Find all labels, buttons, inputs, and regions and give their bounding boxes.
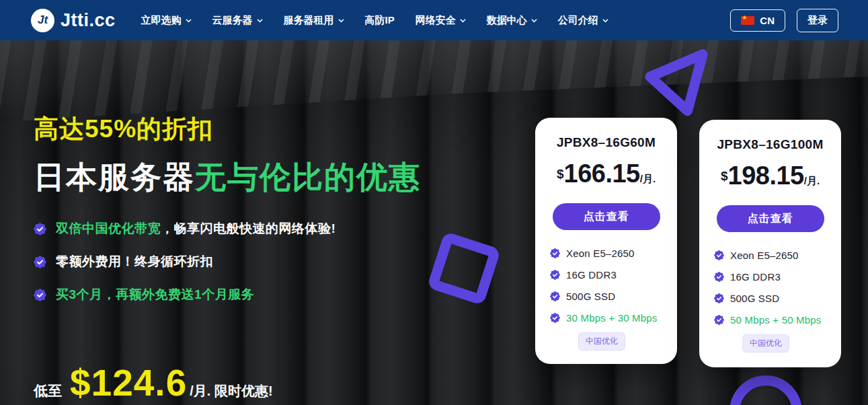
hero-benefits-list: 双倍中国优化带宽，畅享闪电般快速的网络体验! 零额外费用！终身循环折扣 买3个月…	[34, 221, 336, 320]
chevron-down-icon	[257, 17, 263, 24]
hero-section: 高达55%的折扣 日本服务器无与伦比的优惠 双倍中国优化带宽，畅享闪电般快速的网…	[0, 40, 868, 405]
view-plan-button[interactable]: 点击查看	[553, 203, 660, 230]
badge-check-icon	[714, 315, 724, 325]
badge-check-icon	[714, 250, 724, 260]
benefit-text: 零额外费用！终身循环折扣	[56, 253, 213, 270]
nav-item-cloud-server[interactable]: 云服务器	[212, 14, 263, 27]
logo[interactable]: Jt Jtti.cc	[31, 9, 116, 32]
feature-text: 16G DDR3	[566, 269, 617, 281]
nav-label: 云服务器	[212, 14, 253, 27]
feature-text-bandwidth: 50 Mbps + 50 Mbps	[730, 314, 822, 326]
feature-text: 16G DDR3	[730, 271, 781, 283]
top-nav-bar: Jt Jtti.cc 立即选购 云服务器 服务器租用 高防IP 网络安全 数据中…	[0, 0, 868, 40]
hero-headline-white: 日本服务器	[34, 159, 195, 194]
main-nav: 立即选购 云服务器 服务器租用 高防IP 网络安全 数据中心 公司介绍	[141, 14, 608, 27]
list-item: 16G DDR3	[550, 268, 677, 281]
hero-headline: 日本服务器无与伦比的优惠	[34, 157, 421, 198]
badge-check-icon	[550, 270, 560, 280]
jtti-logo-icon: Jt	[31, 9, 54, 32]
hero-headline-green: 无与伦比的优惠	[195, 159, 421, 194]
pricing-card: JPBX8–16G100M $198.15/月. 点击查看 Xeon E5–26…	[699, 120, 841, 367]
chevron-down-icon	[338, 17, 344, 24]
china-optimized-badge: 中国优化	[578, 332, 625, 351]
pricing-card: JPBX8–16G60M $166.15/月. 点击查看 Xeon E5–265…	[535, 118, 677, 364]
list-item: 16G DDR3	[714, 270, 841, 283]
feature-text: 500G SSD	[566, 291, 615, 302]
badge-check-icon	[714, 293, 724, 303]
badge-check-icon	[34, 289, 46, 301]
plan-features: Xeon E5–2650 16G DDR3 500G SSD 50 Mbps +…	[699, 248, 841, 353]
nav-item-data-center[interactable]: 数据中心	[487, 14, 537, 27]
badge-check-icon	[550, 313, 560, 323]
currency-symbol: $	[721, 169, 728, 183]
list-item: Xeon E5–2650	[714, 248, 841, 262]
feature-text-bandwidth: 30 Mbps + 30 Mbps	[566, 312, 658, 324]
benefit-text: 买3个月，再额外免费送1个月服务	[56, 286, 254, 303]
list-item: 30 Mbps + 30 Mbps	[550, 311, 677, 324]
nav-label: 高防IP	[365, 14, 395, 27]
nav-label: 服务器租用	[284, 14, 334, 27]
badge-check-icon	[34, 256, 46, 268]
plan-features: Xeon E5–2650 16G DDR3 500G SSD 30 Mbps +…	[535, 246, 677, 351]
list-item: 双倍中国优化带宽，畅享闪电般快速的网络体验!	[34, 221, 336, 237]
plan-price: $166.15/月.	[535, 159, 677, 188]
price-period: /月.	[804, 175, 820, 186]
price-amount: 198.15	[728, 161, 804, 190]
plan-name: JPBX8–16G60M	[535, 135, 677, 150]
header-actions: ★ CN 登录	[730, 9, 838, 32]
chevron-down-icon	[602, 17, 608, 24]
china-flag-icon: ★	[741, 16, 754, 25]
china-optimized-badge: 中国优化	[742, 334, 789, 353]
price-amount: 166.15	[564, 159, 640, 188]
badge-check-icon	[550, 248, 560, 258]
list-item: 500G SSD	[550, 289, 677, 303]
logo-text: Jtti.cc	[61, 10, 116, 31]
badge-check-icon	[34, 223, 46, 235]
nav-item-buy-now[interactable]: 立即选购	[141, 14, 192, 27]
feature-text: 500G SSD	[730, 293, 779, 304]
badge-check-icon	[714, 272, 724, 282]
nav-label: 网络安全	[416, 14, 456, 27]
view-plan-button[interactable]: 点击查看	[717, 205, 824, 232]
chevron-down-icon	[460, 17, 466, 24]
feature-text: Xeon E5–2650	[566, 248, 635, 259]
price-amount: $124.6	[70, 365, 187, 402]
list-item: 买3个月，再额外免费送1个月服务	[34, 287, 336, 303]
nav-item-anti-ddos-ip[interactable]: 高防IP	[365, 14, 395, 27]
discount-headline: 高达55%的折扣	[34, 112, 213, 146]
price-suffix: /月. 限时优惠!	[190, 382, 272, 400]
nav-label: 数据中心	[487, 14, 527, 27]
benefit-text: 双倍中国优化带宽，畅享闪电般快速的网络体验!	[56, 220, 336, 237]
price-prefix: 低至	[34, 381, 62, 400]
list-item: Xeon E5–2650	[550, 246, 677, 260]
hero-price: 低至 $124.6 /月. 限时优惠!	[34, 365, 273, 402]
language-label: CN	[760, 15, 775, 26]
list-item: 500G SSD	[714, 291, 841, 305]
badge-check-icon	[550, 291, 560, 301]
login-button[interactable]: 登录	[797, 9, 838, 32]
chevron-down-icon	[186, 17, 192, 24]
price-period: /月.	[640, 173, 656, 184]
language-button[interactable]: ★ CN	[730, 9, 785, 32]
currency-symbol: $	[557, 167, 564, 181]
decorative-triangle-shape	[637, 42, 722, 127]
plan-price: $198.15/月.	[699, 161, 841, 190]
nav-item-server-rental[interactable]: 服务器租用	[284, 14, 344, 27]
nav-label: 公司介绍	[558, 14, 598, 27]
nav-item-network-security[interactable]: 网络安全	[416, 14, 466, 27]
list-item: 零额外费用！终身循环折扣	[34, 254, 336, 270]
chevron-down-icon	[531, 17, 537, 24]
plan-name: JPBX8–16G100M	[699, 137, 841, 152]
feature-text: Xeon E5–2650	[730, 250, 799, 261]
list-item: 50 Mbps + 50 Mbps	[714, 313, 841, 326]
nav-item-about-company[interactable]: 公司介绍	[558, 14, 608, 27]
nav-label: 立即选购	[141, 14, 182, 27]
